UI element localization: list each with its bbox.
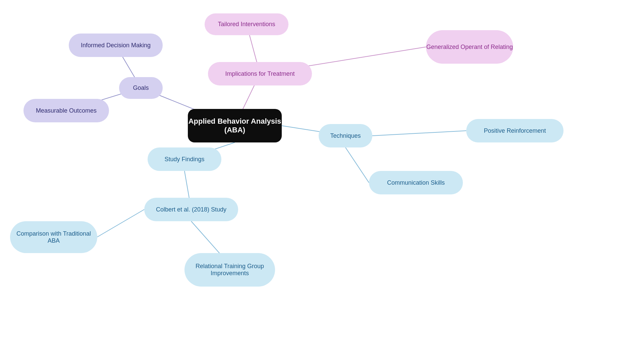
node-techniques: Techniques bbox=[319, 124, 372, 147]
svg-line-8 bbox=[345, 147, 369, 183]
node-relational-training: Relational Training Group Improvements bbox=[184, 253, 275, 287]
node-generalized-operant: Generalized Operant of Relating bbox=[426, 30, 513, 64]
node-positive-reinforcement: Positive Reinforcement bbox=[466, 119, 564, 142]
node-measurable-outcomes: Measurable Outcomes bbox=[23, 99, 109, 122]
node-implications-for-treatment: Implications for Treatment bbox=[208, 62, 312, 85]
node-informed-decision-making: Informed Decision Making bbox=[69, 34, 163, 57]
node-colbert-study: Colbert et al. (2018) Study bbox=[144, 198, 238, 221]
svg-line-11 bbox=[97, 209, 144, 237]
node-goals: Goals bbox=[119, 77, 163, 99]
svg-line-7 bbox=[372, 131, 466, 136]
node-communication-skills: Communication Skills bbox=[369, 171, 463, 194]
node-comparison-traditional-aba: Comparison with Traditional ABA bbox=[10, 221, 97, 253]
center-node: Applied Behavior Analysis (ABA) bbox=[188, 109, 282, 142]
node-tailored-interventions: Tailored Interventions bbox=[205, 13, 288, 35]
node-study-findings: Study Findings bbox=[148, 147, 221, 171]
